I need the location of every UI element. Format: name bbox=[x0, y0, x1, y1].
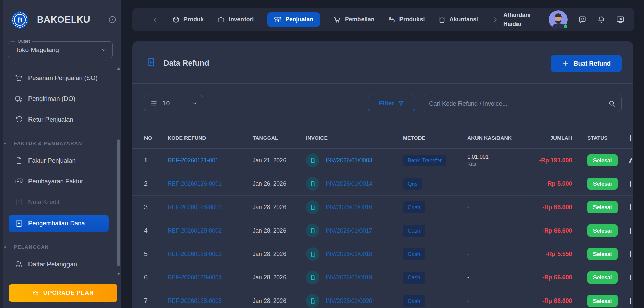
nav-tab-pembelian[interactable]: Pembelian bbox=[334, 16, 375, 23]
sidebar-toggle-icon[interactable] bbox=[108, 15, 117, 24]
brand: ₿ BAKOELKU bbox=[11, 10, 117, 29]
status-badge: Selesai bbox=[587, 201, 618, 213]
cell-tanggal: Jan 28, 2026 bbox=[253, 251, 306, 258]
clipped-column-text bbox=[630, 204, 631, 210]
notification-bell-icon[interactable] bbox=[597, 15, 606, 24]
refund-code-link[interactable]: REF-20260126-0001 bbox=[168, 180, 222, 187]
akun-kode: - bbox=[467, 227, 522, 234]
nav-tab-label: Produk bbox=[183, 16, 204, 23]
cell-no: 5 bbox=[132, 251, 168, 258]
create-refund-button[interactable]: Buat Refund bbox=[551, 55, 622, 72]
cell-no: 3 bbox=[132, 204, 168, 211]
pos-monitor-icon[interactable] bbox=[616, 15, 625, 24]
online-status-dot bbox=[563, 24, 568, 29]
nav-tab-produksi[interactable]: Produksi bbox=[388, 16, 425, 23]
status-badge: Selesai bbox=[587, 295, 618, 307]
cell-no: 1 bbox=[132, 157, 168, 164]
chat-icon[interactable] bbox=[578, 15, 587, 24]
cell-no: 4 bbox=[132, 227, 168, 234]
sidebar-item-retur-penjualan[interactable]: Retur Penjualan bbox=[3, 111, 121, 128]
refund-code-link[interactable]: REF-20260128-0002 bbox=[168, 227, 222, 234]
clipped-column-text bbox=[630, 298, 631, 304]
sidebar-scrollbar[interactable] bbox=[117, 67, 120, 276]
avatar[interactable] bbox=[549, 10, 568, 29]
cell-tanggal: Jan 28, 2026 bbox=[253, 227, 306, 234]
filter-button[interactable]: Filter bbox=[368, 95, 415, 111]
refund-code-link[interactable]: REF-20260128-0005 bbox=[168, 297, 222, 304]
refund-code-link[interactable]: REF-20260128-0004 bbox=[168, 274, 222, 281]
cell-jumlah: -Rp 66.600 bbox=[522, 204, 572, 211]
scrollbar-down-arrow[interactable] bbox=[117, 273, 120, 275]
clipped-column-text bbox=[630, 135, 631, 141]
nav-tab-akuntansi[interactable]: Akuntansi bbox=[438, 16, 478, 23]
sidebar-item-pengembalian-dana[interactable]: Pengembalian Dana bbox=[9, 215, 109, 232]
metode-badge: Qris bbox=[403, 178, 422, 190]
table-row: 3 REF-20260128-0001 Jan 28, 2026 INV/202… bbox=[132, 196, 633, 219]
data-refund-card: Data Refund Buat Refund 10 Filter NOKODE… bbox=[132, 41, 633, 308]
invoice-link[interactable]: INV/2026/01/0014 bbox=[326, 180, 372, 187]
sidebar: ₿ BAKOELKU Outlet Toko Magelang Pesanan … bbox=[0, 0, 121, 308]
invoice-link[interactable]: INV/2026/01/0017 bbox=[326, 227, 372, 234]
akun-kode: - bbox=[467, 274, 522, 281]
table-row: 6 REF-20260128-0004 Jan 28, 2026 INV/202… bbox=[132, 266, 633, 289]
cell-tanggal: Jan 28, 2026 bbox=[253, 274, 306, 281]
sidebar-item-faktur-penjualan[interactable]: Faktur Penjualan bbox=[3, 152, 121, 169]
sidebar-item-pembayaran-faktur[interactable]: Pembayaran Faktur bbox=[3, 173, 121, 189]
invoice-file-icon bbox=[306, 153, 319, 167]
nav-tab-label: Penjualan bbox=[285, 16, 313, 23]
akun-kode: 1.01.001 bbox=[467, 153, 522, 160]
sidebar-item-daftar-pelanggan[interactable]: Daftar Pelanggan bbox=[3, 256, 121, 272]
page-size-select[interactable]: 10 bbox=[144, 95, 203, 111]
nav-scroll-right-icon[interactable] bbox=[492, 16, 499, 23]
sidebar-item-label: Pembayaran Faktur bbox=[28, 178, 83, 185]
sidebar-scrollbar-thumb[interactable] bbox=[117, 139, 120, 266]
upgrade-plan-button[interactable]: UPGRADE PLAN bbox=[9, 284, 117, 302]
sidebar-item-pesanan-penjualan-so[interactable]: Pesanan Penjualan (SO) bbox=[3, 70, 121, 86]
outlet-value: Toko Magelang bbox=[15, 46, 59, 54]
status-badge: Selesai bbox=[587, 224, 618, 237]
sidebar-item-nota-kredit[interactable]: Nota Kredit bbox=[3, 194, 121, 210]
invoice-link[interactable]: INV/2026/01/0020 bbox=[326, 297, 372, 305]
sidebar-item-label: Pengiriman (DO) bbox=[28, 95, 75, 103]
nav-tab-penjualan[interactable]: Penjualan bbox=[267, 12, 320, 27]
invoice-file-icon bbox=[306, 224, 319, 237]
column-header-kode-refund: KODE REFUND bbox=[168, 135, 253, 141]
refund-code-link[interactable]: REF-20260121-001 bbox=[168, 157, 219, 164]
column-header-invoice: INVOICE bbox=[306, 135, 403, 141]
return-icon bbox=[15, 115, 23, 124]
table-row: 4 REF-20260128-0002 Jan 28, 2026 INV/202… bbox=[132, 219, 633, 242]
akun-kode: - bbox=[467, 250, 522, 257]
invoice-link[interactable]: INV/2026/01/0016 bbox=[326, 204, 372, 211]
nav-scroll-left-icon[interactable] bbox=[152, 16, 159, 23]
plus-icon bbox=[562, 60, 569, 67]
sidebar-item-label: Pengembalian Dana bbox=[28, 220, 85, 227]
navbar-user-area: Affandani Haidar bbox=[503, 8, 625, 31]
nav-tab-produk[interactable]: Produk bbox=[172, 16, 204, 23]
search-input[interactable] bbox=[422, 95, 622, 112]
invoice-file-icon bbox=[306, 247, 319, 261]
refund-code-link[interactable]: REF-20260128-0003 bbox=[168, 251, 222, 257]
scrollbar-up-arrow[interactable] bbox=[117, 67, 120, 70]
refund-code-link[interactable]: REF-20260128-0001 bbox=[168, 204, 222, 211]
sidebar-item-pengiriman-do[interactable]: Pengiriman (DO) bbox=[3, 91, 121, 107]
top-navbar: ProdukInventoriPenjualanPembelianProduks… bbox=[132, 8, 634, 31]
table-row: 5 REF-20260128-0003 Jan 28, 2026 INV/202… bbox=[132, 242, 633, 266]
invoice-icon bbox=[15, 157, 23, 165]
status-badge: Selesai bbox=[587, 271, 618, 284]
invoice-link[interactable]: INV/2026/01/0003 bbox=[326, 157, 372, 164]
nav-tab-label: Akuntansi bbox=[449, 16, 478, 23]
outlet-select[interactable]: Outlet Toko Magelang bbox=[8, 41, 113, 58]
brand-name: BAKOELKU bbox=[37, 15, 90, 25]
chevron-down-icon bbox=[101, 47, 107, 53]
invoice-file-icon bbox=[306, 200, 319, 214]
invoice-link[interactable]: INV/2026/01/0018 bbox=[326, 251, 372, 258]
invoice-link[interactable]: INV/2026/01/0019 bbox=[326, 274, 372, 281]
clipped-column-text bbox=[630, 181, 631, 187]
svg-text:₿: ₿ bbox=[17, 16, 22, 24]
sidebar-item-label: Faktur Penjualan bbox=[28, 157, 76, 164]
cell-tanggal: Jan 28, 2026 bbox=[253, 204, 306, 211]
brand-logo-icon: ₿ bbox=[11, 11, 29, 29]
metode-badge: Cash bbox=[403, 248, 425, 260]
funnel-icon bbox=[398, 100, 404, 107]
nav-tab-inventori[interactable]: Inventori bbox=[217, 16, 254, 23]
